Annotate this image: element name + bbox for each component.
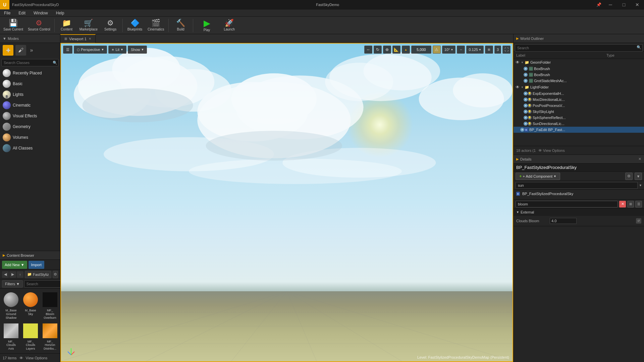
lit-button[interactable]: ☀ Lit ▼ <box>108 46 126 54</box>
details-close-button[interactable]: ✕ <box>638 157 641 161</box>
filters-button[interactable]: Filters ▼ <box>2 280 23 288</box>
category-geometry[interactable]: Geometry <box>0 121 60 132</box>
cb-item-m-base-ground-shadow[interactable]: M_BaseGroundShadow <box>2 291 20 320</box>
clouds-bloom-input[interactable] <box>550 218 577 224</box>
category-lights[interactable]: Lights <box>0 89 60 100</box>
details-search-list-button[interactable]: ☰ <box>635 201 642 207</box>
cb-item-m-base-sky[interactable]: M_BaseSky <box>21 291 40 320</box>
wo-search-input[interactable] <box>515 44 643 52</box>
close-button[interactable]: ✕ <box>631 0 644 9</box>
viewport-tab-1[interactable]: ⊞ Viewport 1 ✕ <box>60 34 96 43</box>
cinematics-button[interactable]: 🎬 Cinematics <box>146 18 166 33</box>
vis-dot-3[interactable]: 👁 <box>524 79 528 83</box>
wo-item-pos[interactable]: 👁 💡 PosPostProcessV... <box>514 103 644 109</box>
snap-scale-value[interactable]: 0.125 ▼ <box>466 46 483 54</box>
category-recently-placed[interactable]: Recently Placed <box>0 68 60 78</box>
wo-item-sun[interactable]: 👁 💡 SunDirectionalLic... <box>514 121 644 127</box>
vis-dot-exp[interactable]: 👁 <box>524 92 528 96</box>
cb-back-button[interactable]: ◀ <box>2 271 9 278</box>
pin-icon[interactable]: 📌 <box>594 0 604 9</box>
vis-dot-sph[interactable]: 👁 <box>524 116 528 120</box>
cb-forward-button[interactable]: ▶ <box>9 271 16 278</box>
content-button[interactable]: 📁 Content <box>57 18 77 33</box>
vis-dot-pos[interactable]: 👁 <box>524 104 528 108</box>
vis-dot-1[interactable]: 👁 <box>524 67 528 71</box>
wo-item-boxbrush-1[interactable]: 👁 □ BoxBrush <box>514 66 644 72</box>
camera-speed-input[interactable]: 5,000 <box>411 46 431 54</box>
cb-item-mf-horizon-distribution[interactable]: MF_HorizonDistribu... <box>41 322 59 351</box>
vis-dot-sun[interactable]: 👁 <box>524 122 528 126</box>
perspective-button[interactable]: ⬡ Perspective ▼ <box>74 46 107 54</box>
details-search-input[interactable] <box>516 201 618 207</box>
show-button[interactable]: Show ▼ <box>128 46 147 54</box>
build-button[interactable]: 🔨 Build <box>171 18 191 33</box>
maximize-button[interactable]: □ <box>617 0 631 9</box>
menu-help[interactable]: Help <box>52 9 68 16</box>
cb-settings-button[interactable]: ⚙ <box>53 271 58 278</box>
import-button[interactable]: Import <box>29 261 44 269</box>
wo-folder-light-header[interactable]: 👁 ▼ 📁 LightFolder <box>514 84 644 90</box>
snap-rotation-value[interactable]: 10° ▼ <box>442 46 456 54</box>
rotate-tool[interactable]: ↻ <box>374 46 382 54</box>
wo-item-sph[interactable]: 👁 💡 SphSphereReflect... <box>514 115 644 121</box>
maximize-viewport-button[interactable]: ⛶ <box>502 46 511 54</box>
menu-window[interactable]: Window <box>30 9 52 16</box>
cb-path-button[interactable]: 📁 FastStyliz <box>25 271 51 278</box>
viewport[interactable]: ☰ ⬡ Perspective ▼ ☀ Lit ▼ Show ▼ <box>60 43 513 362</box>
details-section-external-header[interactable]: ▼ External <box>514 208 644 216</box>
details-search-grid-button[interactable]: ⊞ <box>627 201 634 207</box>
component-search-field[interactable] <box>516 182 638 189</box>
surface-snap-tool[interactable]: 📐 <box>392 46 400 54</box>
wo-folder-geom-header[interactable]: 👁 ▼ 📁 GeomFolder <box>514 59 644 66</box>
cb-item-mf-bloom-overburn[interactable]: MF_BloomOverburn <box>41 291 59 320</box>
details-settings-button[interactable]: ⚙ <box>625 173 633 180</box>
mode-place[interactable]: ✚ <box>3 45 13 56</box>
build-label: Build <box>177 27 184 31</box>
launch-button[interactable]: 🚀 Launch <box>219 18 239 33</box>
category-lights-label: Lights <box>13 92 23 97</box>
cb-folder-up-button[interactable]: ↑ <box>17 271 23 278</box>
cb-item-mf-clouds-layers[interactable]: MF_CloudsLayers <box>21 322 40 351</box>
vp-menu-button[interactable]: ☰ <box>63 46 72 54</box>
comp-item-bp[interactable]: B BP_FastStylizedProceduralSky <box>514 190 644 198</box>
wo-view-options[interactable]: 👁 View Options <box>538 148 565 153</box>
category-visual-effects[interactable]: Visual Effects <box>0 111 60 121</box>
vis-dot-2[interactable]: 👁 <box>524 73 528 77</box>
wo-item-grot-static[interactable]: 👁 □ GrotStaticMeshAc... <box>514 78 644 84</box>
viewport-tab-close[interactable]: ✕ <box>89 37 91 41</box>
category-cinematic[interactable]: Cinematic <box>0 100 60 111</box>
wo-item-sky[interactable]: 👁 💡 SkyISkyLight <box>514 109 644 115</box>
add-new-button[interactable]: Add New ▼ <box>2 261 27 269</box>
mode-paint[interactable]: 🖌 <box>15 45 26 56</box>
scale-tool[interactable]: ⊕ <box>383 46 391 54</box>
vis-dot-sky[interactable]: 👁 <box>524 110 528 114</box>
minimize-button[interactable]: ─ <box>604 0 617 9</box>
translate-tool[interactable]: ↔ <box>364 46 372 54</box>
wo-item-bp-fast[interactable]: 👁 B BP_FaEdit BP_Fast... <box>514 127 644 133</box>
source-control-button[interactable]: ⚙ Source Control <box>26 18 52 33</box>
details-arrow-button[interactable]: ▼ <box>635 173 642 180</box>
blueprints-button[interactable]: 🔷 Blueprints <box>125 18 145 33</box>
wo-item-boxbrush-2[interactable]: 👁 □ BoxBrush <box>514 72 644 78</box>
menu-file[interactable]: File <box>0 9 14 16</box>
details-search-clear[interactable]: ✕ <box>619 201 626 207</box>
marketplace-button[interactable]: 🛒 Marketplace <box>77 18 100 33</box>
category-all-classes[interactable]: All Classes <box>0 143 60 154</box>
add-component-button[interactable]: + + Add Component ▼ <box>516 173 560 180</box>
menu-edit[interactable]: Edit <box>14 9 30 16</box>
search-classes-input[interactable] <box>1 59 59 66</box>
vis-dot-moc[interactable]: 👁 <box>524 98 528 102</box>
clouds-bloom-reset-button[interactable]: ↺ <box>636 218 641 224</box>
play-button[interactable]: ▶ Play <box>195 18 219 33</box>
cb-view-options-button[interactable]: View Options <box>26 356 48 360</box>
vis-dot-bp[interactable]: 👁 <box>520 128 524 132</box>
wo-item-exp[interactable]: 👁 💡 ExpExponentialH... <box>514 90 644 97</box>
grid-count-value[interactable]: 3 <box>494 46 501 54</box>
wo-item-moc[interactable]: 👁 💡 MocDirectionalLic... <box>514 97 644 103</box>
category-volumes[interactable]: Volumes <box>0 132 60 143</box>
category-basic[interactable]: Basic <box>0 78 60 89</box>
save-current-button[interactable]: 💾 Save Current <box>1 18 25 33</box>
settings-button[interactable]: ⚙ Settings <box>100 18 120 33</box>
cb-item-mf-clouds-axis[interactable]: MF_CloudsAxis <box>2 322 20 351</box>
modes-more-button[interactable]: » <box>28 45 35 56</box>
